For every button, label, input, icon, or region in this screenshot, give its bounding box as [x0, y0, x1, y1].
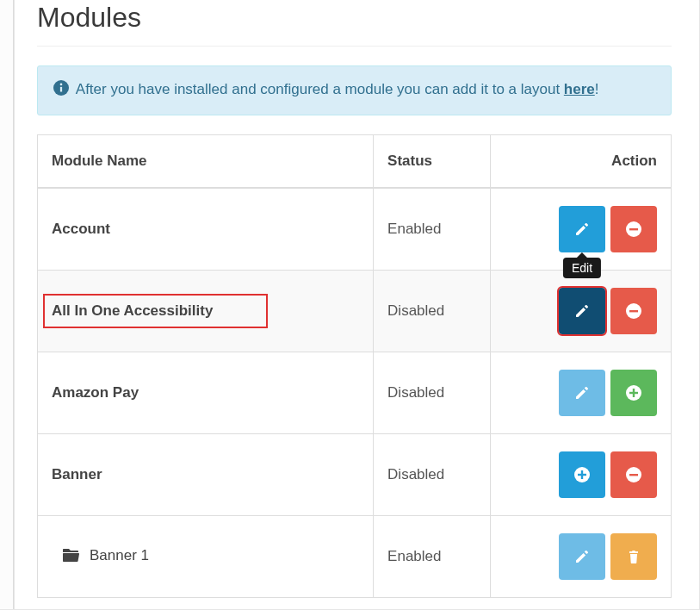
cell-module-name: All In One Accessibility [38, 271, 374, 352]
cell-actions [491, 271, 672, 352]
cell-module-name: Account [38, 188, 374, 271]
table-row: BannerDisabled [38, 434, 672, 516]
left-rail [0, 0, 14, 609]
modules-tbody: AccountEnabledEditAll In One Accessibili… [38, 188, 672, 598]
table-row: Amazon PayDisabled [38, 352, 672, 434]
uninstall-button[interactable] [610, 451, 657, 498]
table-row: All In One AccessibilityDisabled [38, 271, 672, 352]
pencil-icon [573, 548, 591, 565]
svg-rect-6 [629, 310, 638, 312]
cell-status: Disabled [374, 352, 491, 434]
edit-button[interactable] [559, 533, 605, 580]
plus-icon [573, 465, 592, 484]
svg-rect-9 [633, 389, 635, 397]
cell-module-name: Banner 1 [38, 516, 374, 598]
svg-point-2 [60, 84, 63, 86]
cell-module-name: Amazon Pay [38, 352, 374, 434]
module-name-text: Account [52, 221, 110, 237]
cell-actions [491, 516, 672, 598]
pencil-icon [573, 384, 591, 401]
module-name-text: Banner [52, 466, 102, 482]
alert-text-before: After you have installed and configured … [76, 81, 564, 97]
svg-rect-1 [60, 87, 62, 92]
pencil-icon [573, 302, 591, 320]
table-row: AccountEnabledEdit [38, 188, 672, 271]
install-button[interactable] [610, 370, 657, 416]
cell-status: Enabled [374, 516, 491, 598]
divider [37, 46, 672, 47]
folder-open-icon [62, 550, 79, 566]
modules-panel: Modules After you have installed and con… [14, 0, 694, 609]
minus-icon [624, 220, 643, 239]
module-name-text: All In One Accessibility [52, 302, 213, 319]
uninstall-button[interactable] [610, 206, 657, 252]
edit-button[interactable] [559, 370, 605, 416]
edit-button[interactable]: Edit [559, 206, 605, 252]
edit-button[interactable] [559, 288, 605, 334]
alert-link-here[interactable]: here [564, 81, 595, 97]
highlight-box: All In One Accessibility [43, 294, 268, 328]
svg-rect-12 [581, 470, 583, 479]
cell-status: Disabled [374, 434, 491, 516]
table-row: Banner 1Enabled [38, 516, 672, 598]
cell-status: Enabled [374, 188, 491, 271]
trash-icon [625, 548, 642, 565]
pencil-icon [573, 221, 591, 238]
delete-button[interactable] [610, 533, 657, 580]
svg-rect-14 [629, 474, 638, 476]
modules-table: Module Name Status Action AccountEnabled… [37, 134, 672, 598]
cell-actions [491, 352, 672, 434]
alert-text-after: ! [595, 81, 599, 97]
col-header-name: Module Name [38, 135, 374, 189]
uninstall-button[interactable] [610, 288, 657, 334]
cell-actions [491, 434, 672, 516]
minus-icon [624, 302, 643, 321]
svg-rect-4 [629, 228, 638, 230]
info-icon [53, 80, 69, 103]
col-header-action: Action [491, 135, 672, 189]
page-title: Modules [37, 2, 672, 34]
cell-status: Disabled [374, 271, 491, 352]
minus-icon [624, 465, 643, 484]
add-button[interactable] [559, 451, 605, 498]
col-header-status: Status [374, 135, 491, 189]
cell-actions: Edit [491, 188, 672, 271]
info-alert: After you have installed and configured … [37, 65, 672, 115]
module-name-text: Amazon Pay [52, 384, 139, 401]
module-name-text: Banner 1 [90, 547, 149, 563]
plus-icon [624, 383, 643, 402]
cell-module-name: Banner [38, 434, 374, 516]
